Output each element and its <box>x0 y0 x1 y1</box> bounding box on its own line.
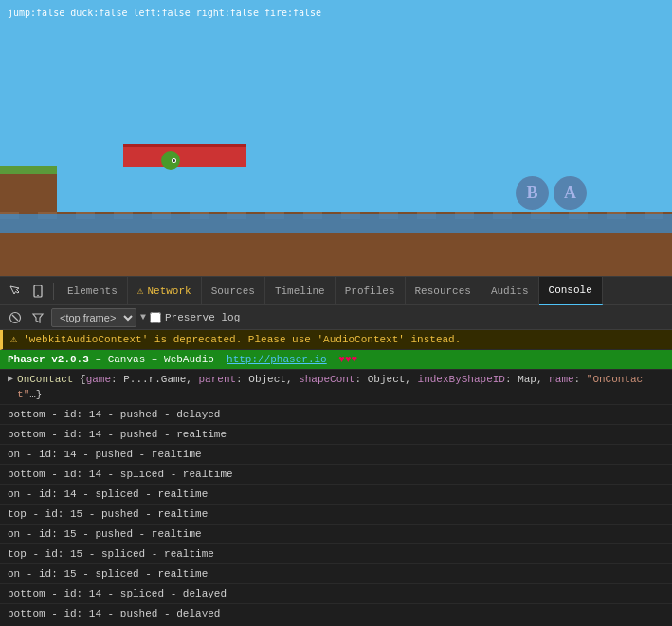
console-line: Phaser v2.0.3 – Canvas – WebAudio http:/… <box>0 350 672 370</box>
clear-console-button[interactable] <box>6 308 25 327</box>
char-eye-pupil <box>173 159 175 162</box>
water-wave <box>0 214 672 233</box>
debug-text: jump:false duck:false left:false right:f… <box>8 8 321 18</box>
log-text: bottom - id: 14 - pushed - delayed <box>8 606 664 617</box>
tab-sources[interactable]: Sources <box>202 277 265 305</box>
log-text: on - id: 14 - spliced - realtime <box>8 487 664 502</box>
game-canvas: jump:false duck:false left:false right:f… <box>0 0 672 276</box>
tab-audits[interactable]: Audits <box>481 277 539 305</box>
hearts: ♥♥♥ <box>333 354 357 365</box>
console-line: on - id: 14 - pushed - realtime <box>0 445 672 465</box>
tabs-bar: Elements Network Sources Timeline Profil… <box>0 277 672 305</box>
console-line: bottom - id: 14 - spliced - delayed <box>0 584 672 604</box>
phaser-banner: Phaser v2.0.3 – Canvas – WebAudio http:/… <box>8 352 664 367</box>
preserve-log-label[interactable]: Preserve log <box>150 312 240 323</box>
filter-button[interactable] <box>28 308 47 327</box>
tab-separator-1 <box>53 283 54 300</box>
tab-network[interactable]: Network <box>128 277 202 305</box>
game-letter-a: A <box>554 176 587 210</box>
platform-left-top <box>0 166 57 174</box>
tab-elements[interactable]: Elements <box>58 277 128 305</box>
tab-resources[interactable]: Resources <box>406 277 481 305</box>
log-text: on - id: 14 - pushed - realtime <box>8 447 664 462</box>
console-line: bottom - id: 14 - pushed - realtime <box>0 425 672 445</box>
log-text: bottom - id: 14 - spliced - delayed <box>8 586 664 601</box>
preserve-log-checkbox[interactable] <box>150 312 161 323</box>
console-output[interactable]: ⚠'webkitAudioContext' is deprecated. Ple… <box>0 330 672 617</box>
char-body <box>161 151 180 170</box>
frame-select[interactable]: <top frame> <box>51 308 136 327</box>
log-text: bottom - id: 14 - pushed - delayed <box>8 407 664 422</box>
platform-red <box>123 144 246 167</box>
tab-profiles[interactable]: Profiles <box>336 277 406 305</box>
phaser-link[interactable]: http://phaser.io <box>227 354 327 365</box>
svg-line-3 <box>12 315 18 321</box>
tab-console[interactable]: Console <box>539 277 603 305</box>
log-text: on - id: 15 - pushed - realtime <box>8 526 664 542</box>
console-line[interactable]: ▶OnContact {game: P...r.Game, parent: Ob… <box>0 370 672 405</box>
mobile-icon[interactable] <box>27 280 49 303</box>
console-line: on - id: 15 - spliced - realtime <box>0 564 672 584</box>
inspect-icon[interactable] <box>4 280 27 303</box>
log-text: bottom - id: 14 - spliced - realtime <box>8 467 664 482</box>
log-text: bottom - id: 14 - pushed - realtime <box>8 427 664 442</box>
console-warning-text: 'webkitAudioContext' is deprecated. Plea… <box>23 332 664 347</box>
log-text: top - id: 15 - pushed - realtime <box>8 506 664 522</box>
console-line: bottom - id: 14 - pushed - delayed <box>0 405 672 425</box>
char-eye <box>172 158 176 163</box>
frame-dropdown-arrow[interactable]: ▼ <box>140 312 146 322</box>
warn-icon: ⚠ <box>10 332 17 347</box>
character <box>159 147 182 174</box>
console-line: ⚠'webkitAudioContext' is deprecated. Ple… <box>0 330 672 350</box>
console-line: bottom - id: 14 - pushed - delayed <box>0 604 672 617</box>
console-line: top - id: 15 - pushed - realtime <box>0 505 672 525</box>
game-letter-b: B <box>516 176 549 210</box>
log-text: top - id: 15 - spliced - realtime <box>8 546 664 562</box>
console-line: top - id: 15 - spliced - realtime <box>0 544 672 564</box>
expand-arrow: ▶ <box>8 372 13 387</box>
console-line: bottom - id: 14 - spliced - realtime <box>0 465 672 485</box>
devtools-panel: Elements Network Sources Timeline Profil… <box>0 276 672 617</box>
console-line: on - id: 15 - pushed - realtime <box>0 525 672 544</box>
console-toolbar: <top frame> ▼ Preserve log <box>0 305 672 330</box>
tab-timeline[interactable]: Timeline <box>265 277 336 305</box>
svg-point-1 <box>37 294 39 296</box>
log-text: on - id: 15 - spliced - realtime <box>8 566 664 581</box>
console-line: on - id: 14 - spliced - realtime <box>0 485 672 505</box>
svg-marker-4 <box>33 314 43 322</box>
expandable-log-text: OnContact {game: P...r.Game, parent: Obj… <box>17 372 664 402</box>
